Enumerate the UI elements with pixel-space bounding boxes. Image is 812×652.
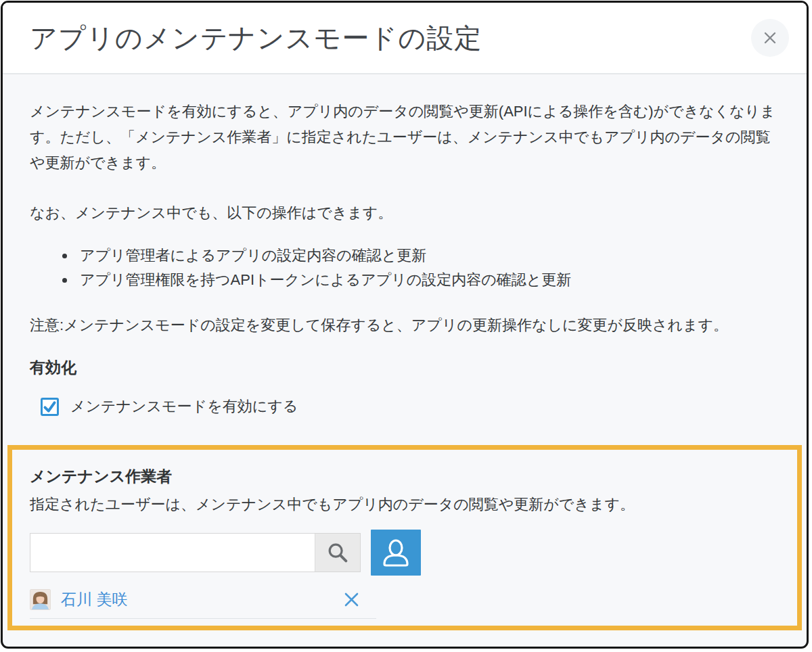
activation-checkbox-row: メンテナンスモードを有効にする xyxy=(30,394,780,419)
workers-heading: メンテナンス作業者 xyxy=(30,466,780,486)
close-icon xyxy=(763,30,777,45)
close-button[interactable] xyxy=(751,19,789,57)
maintenance-enable-checkbox[interactable] xyxy=(41,398,59,416)
search-icon xyxy=(326,541,349,564)
user-name-link[interactable]: 石川 美咲 xyxy=(61,586,127,612)
activation-heading: 有効化 xyxy=(30,357,780,377)
search-button[interactable] xyxy=(315,534,360,572)
list-item: アプリ管理者によるアプリの設定内容の確認と更新 xyxy=(76,243,780,268)
user-picker-row xyxy=(30,530,780,576)
user-search-input[interactable] xyxy=(30,534,315,572)
maintenance-enable-label[interactable]: メンテナンスモードを有効にする xyxy=(70,394,298,419)
user-avatar xyxy=(30,589,51,610)
dialog-title: アプリのメンテナンスモードの設定 xyxy=(30,20,482,57)
allowed-ops-intro: なお、メンテナンス中でも、以下の操作はできます。 xyxy=(30,200,780,226)
list-item: アプリ管理権限を持つAPIトークンによるアプリの設定内容の確認と更新 xyxy=(76,268,780,292)
allowed-ops-list: アプリ管理者によるアプリの設定内容の確認と更新 アプリ管理権限を持つAPIトーク… xyxy=(76,243,780,292)
maintenance-workers-section: メンテナンス作業者 指定されたユーザーは、メンテナンス中でもアプリ内のデータの閲… xyxy=(7,445,802,630)
checkmark-icon xyxy=(43,400,57,414)
maintenance-mode-dialog: アプリのメンテナンスモードの設定 メンテナンスモードを有効にすると、アプリ内のデ… xyxy=(1,1,809,649)
person-icon xyxy=(380,538,411,567)
remove-icon xyxy=(343,591,360,608)
caution-note: 注意:メンテナンスモードの設定を変更して保存すると、アプリの更新操作なしに変更が… xyxy=(30,312,780,338)
remove-user-button[interactable] xyxy=(342,590,360,608)
dialog-header: アプリのメンテナンスモードの設定 xyxy=(3,3,807,74)
select-user-button[interactable] xyxy=(371,530,421,576)
intro-paragraph: メンテナンスモードを有効にすると、アプリ内のデータの閲覧や更新(APIによる操作… xyxy=(30,99,780,176)
dialog-body: メンテナンスモードを有効にすると、アプリ内のデータの閲覧や更新(APIによる操作… xyxy=(3,74,807,630)
workers-description: 指定されたユーザーは、メンテナンス中でもアプリ内のデータの閲覧や更新ができます。 xyxy=(30,494,780,515)
user-search-group xyxy=(30,533,361,572)
selected-user-row: 石川 美咲 xyxy=(30,586,376,619)
